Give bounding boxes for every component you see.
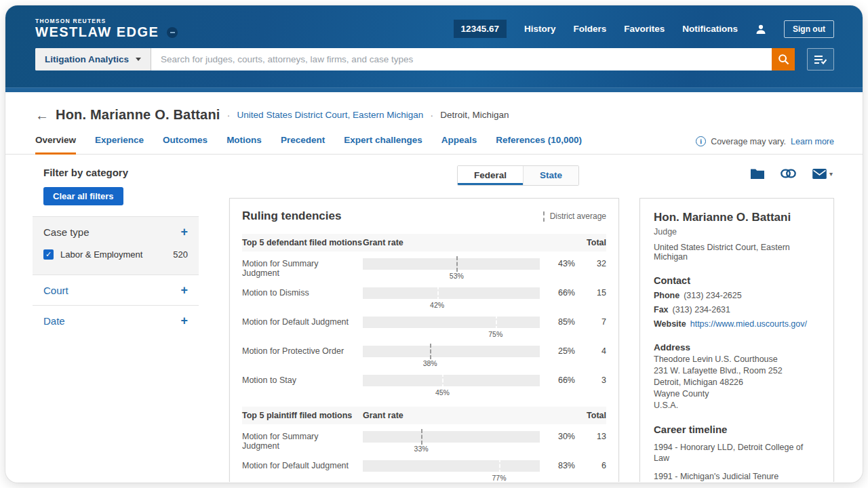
filter-section-label: Court	[43, 285, 68, 296]
grant-rate-bar[interactable]: 42%	[363, 286, 540, 310]
filter-section-case-type-header[interactable]: Case type +	[43, 226, 188, 238]
filter-section-date-header[interactable]: Date +	[43, 314, 188, 327]
coverage-text: Coverage may vary.	[711, 137, 786, 146]
column-total: Total	[575, 411, 606, 420]
dashed-line-icon	[543, 211, 545, 222]
district-average-marker	[456, 256, 458, 272]
motion-table-header: Top 5 defendant filed motions Grant rate…	[242, 234, 606, 251]
bar-track	[363, 375, 540, 386]
tab[interactable]: Experience	[95, 131, 144, 155]
judge-title-bar: ← Hon. Marianne O. Battani · United Stat…	[5, 92, 863, 123]
contact-fax: Fax(313) 234-2631	[654, 305, 820, 314]
profile-name: Hon. Marianne O. Battani	[654, 211, 820, 224]
total-value: 15	[575, 286, 606, 298]
tab[interactable]: References (10,000)	[496, 131, 582, 155]
plus-icon[interactable]: +	[180, 314, 188, 327]
nav-notifications[interactable]: Notifications	[682, 24, 738, 34]
column-motion-type: Top 5 defendant filed motions	[242, 238, 363, 247]
tab-bar: OverviewExperienceOutcomesMotionsPrecede…	[5, 131, 863, 155]
contact-website: Websitehttps://www.mied.uscourts.gov/	[654, 319, 820, 329]
back-arrow-icon[interactable]: ←	[35, 108, 49, 122]
motion-tables: Top 5 defendant filed motions Grant rate…	[242, 234, 606, 482]
plus-icon[interactable]: +	[180, 226, 188, 238]
judge-location: Detroit, Michigan	[440, 110, 509, 120]
district-average-marker	[437, 285, 439, 301]
checkbox-checked[interactable]: ✓	[43, 249, 54, 260]
sign-out-button[interactable]: Sign out	[784, 20, 834, 38]
motion-label: Motion for Default Judgment	[242, 459, 363, 470]
judge-court-link[interactable]: United States District Court, Eastern Mi…	[237, 110, 424, 120]
column-motion-type: Top 5 plaintiff filed motions	[242, 411, 363, 420]
motion-row: Motion to Dismiss 42% 66% 15	[242, 286, 606, 310]
filter-item-count: 520	[173, 249, 188, 260]
column-grant-rate: Grant rate	[363, 411, 575, 420]
clear-all-filters-button[interactable]: Clear all filters	[43, 187, 123, 205]
phone-value: (313) 234-2625	[684, 291, 741, 300]
toggle-federal[interactable]: Federal	[458, 166, 523, 185]
copy-link-button[interactable]	[781, 169, 796, 178]
district-average-label: 75%	[488, 330, 502, 338]
judge-profile-card: Hon. Marianne O. Battani Judge United St…	[639, 198, 834, 482]
grant-rate-bar[interactable]: 77%	[363, 459, 540, 482]
user-profile-icon[interactable]	[755, 24, 766, 35]
plus-icon[interactable]: +	[180, 284, 188, 296]
search-icon	[778, 54, 789, 65]
folder-icon	[751, 168, 764, 179]
grant-rate-bar[interactable]: 45%	[363, 373, 540, 397]
bar-track	[363, 346, 540, 357]
filter-sidebar-title: Filter by category	[33, 167, 199, 178]
grant-rate-value: 30%	[540, 430, 575, 441]
search-button[interactable]	[772, 48, 795, 70]
info-icon[interactable]: i	[696, 136, 706, 146]
grant-rate-value: 66%	[540, 373, 575, 385]
chevron-down-icon[interactable]: ▾	[829, 170, 833, 178]
grant-rate-bar[interactable]: 53%	[363, 257, 540, 281]
brand-logo[interactable]: THOMSON REUTERS WESTLAW EDGE	[35, 18, 178, 40]
district-average-marker	[430, 344, 431, 359]
grant-rate-bar[interactable]: 75%	[363, 315, 540, 339]
district-average-label: 38%	[423, 359, 437, 367]
list-check-icon	[814, 55, 827, 64]
top-navigation: 12345.67 History Folders Favorites Notif…	[454, 20, 834, 38]
mail-icon	[812, 169, 827, 179]
tabs: OverviewExperienceOutcomesMotionsPrecede…	[35, 131, 601, 154]
brand-badge-icon[interactable]	[167, 27, 178, 38]
tab[interactable]: Outcomes	[163, 131, 208, 155]
toggle-state[interactable]: State	[523, 166, 578, 185]
search-options-button[interactable]	[807, 48, 834, 70]
grant-rate-bar[interactable]: 38%	[363, 344, 540, 368]
filter-section-case-type: Case type + ✓ Labor & Employment 520	[33, 216, 199, 274]
search-input[interactable]	[151, 48, 772, 70]
nav-favorites[interactable]: Favorites	[624, 24, 665, 34]
website-label: Website	[654, 319, 686, 329]
nav-history[interactable]: History	[524, 24, 556, 34]
search-scope-dropdown[interactable]: Litigation Analytics	[35, 48, 151, 70]
address-line: U.S.A.	[654, 401, 820, 410]
fax-value: (313) 234-2631	[673, 305, 730, 314]
filter-section-court-header[interactable]: Court +	[43, 284, 188, 296]
phone-label: Phone	[654, 291, 679, 300]
folder-save-button[interactable]	[751, 168, 764, 179]
career-entry: 1991 - Michigan's Judicial Tenure Commis…	[654, 471, 820, 483]
tab[interactable]: Appeals	[441, 131, 477, 155]
tab[interactable]: Motions	[226, 131, 262, 155]
grant-rate-bar[interactable]: 33%	[363, 430, 540, 453]
motion-label: Motion to Dismiss	[242, 286, 363, 298]
coverage-learn-more-link[interactable]: Learn more	[791, 137, 834, 146]
grant-rate-value: 25%	[540, 344, 575, 356]
address-line: 231 W. Lafayette Blvd., Room 252	[654, 366, 820, 375]
address-line: Theodore Levin U.S. Courthouse	[654, 354, 820, 364]
tab[interactable]: Overview	[35, 131, 76, 155]
total-value: 6	[575, 459, 606, 470]
filter-section-court: Court +	[33, 274, 199, 305]
tab[interactable]: Precedent	[281, 131, 325, 155]
client-id-button[interactable]: 12345.67	[454, 20, 507, 38]
ruling-tendencies-title: Ruling tendencies	[242, 209, 341, 223]
email-button[interactable]: ▾	[812, 169, 833, 179]
website-link[interactable]: https://www.mied.uscourts.gov/	[690, 319, 807, 329]
contact-phone: Phone(313) 234-2625	[654, 291, 820, 300]
ruling-tendencies-card: Ruling tendencies District average Top 5…	[229, 198, 619, 482]
tab[interactable]: Expert challenges	[344, 131, 422, 155]
district-average-label: 33%	[414, 445, 429, 453]
nav-folders[interactable]: Folders	[573, 24, 606, 34]
